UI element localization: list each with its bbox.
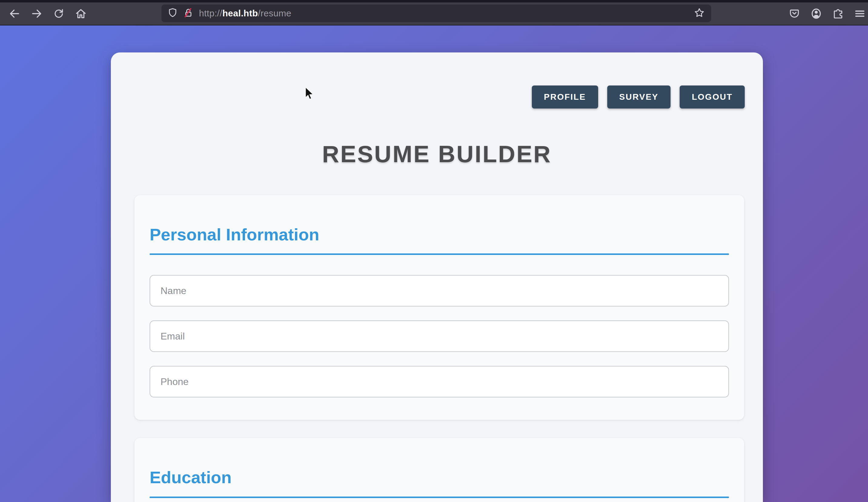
home-button[interactable] — [74, 7, 88, 21]
personal-information-heading: Personal Information — [149, 225, 729, 244]
pocket-button[interactable] — [787, 7, 802, 21]
back-button[interactable] — [8, 7, 21, 21]
url-text[interactable]: http://heal.htb/resume — [199, 8, 291, 19]
personal-information-fields — [149, 275, 729, 398]
url-domain: heal.htb — [222, 8, 258, 18]
shield-icon[interactable] — [167, 8, 178, 19]
header-nav: PROFILE SURVEY LOGOUT — [111, 52, 763, 109]
reload-button[interactable] — [52, 7, 66, 21]
personal-information-section: Personal Information — [134, 195, 744, 420]
account-icon — [810, 8, 822, 20]
reload-icon — [53, 8, 64, 19]
toolbar-nav-group — [8, 7, 88, 21]
logout-button[interactable]: LOGOUT — [680, 86, 745, 109]
education-heading: Education — [149, 468, 729, 487]
bookmark-star-icon[interactable] — [694, 7, 705, 20]
education-section: Education — [134, 438, 744, 502]
email-field[interactable] — [149, 320, 729, 352]
back-arrow-icon — [9, 8, 21, 20]
extensions-button[interactable] — [831, 7, 845, 21]
browser-toolbar: http://heal.htb/resume — [0, 0, 868, 26]
section-underline — [149, 496, 729, 498]
home-icon — [75, 8, 87, 20]
profile-button[interactable]: PROFILE — [532, 86, 598, 109]
resume-builder-card: PROFILE SURVEY LOGOUT RESUME BUILDER Per… — [111, 52, 763, 502]
url-bar[interactable]: http://heal.htb/resume — [162, 4, 711, 22]
survey-button[interactable]: SURVEY — [607, 86, 671, 109]
pocket-icon — [789, 8, 800, 19]
toolbar-right-group — [787, 7, 867, 21]
page-title: RESUME BUILDER — [111, 141, 763, 167]
menu-button[interactable] — [853, 7, 867, 21]
page-background: PROFILE SURVEY LOGOUT RESUME BUILDER Per… — [0, 26, 868, 502]
name-field[interactable] — [149, 275, 729, 307]
forward-arrow-icon — [31, 8, 43, 20]
puzzle-icon — [832, 8, 844, 19]
account-button[interactable] — [809, 7, 823, 21]
hamburger-icon — [854, 8, 866, 20]
section-underline — [149, 253, 729, 255]
phone-field[interactable] — [149, 366, 729, 398]
lock-slash-icon[interactable] — [183, 8, 194, 19]
url-protocol: http:// — [199, 8, 222, 18]
forward-button[interactable] — [30, 7, 44, 21]
url-path: /resume — [258, 8, 291, 18]
